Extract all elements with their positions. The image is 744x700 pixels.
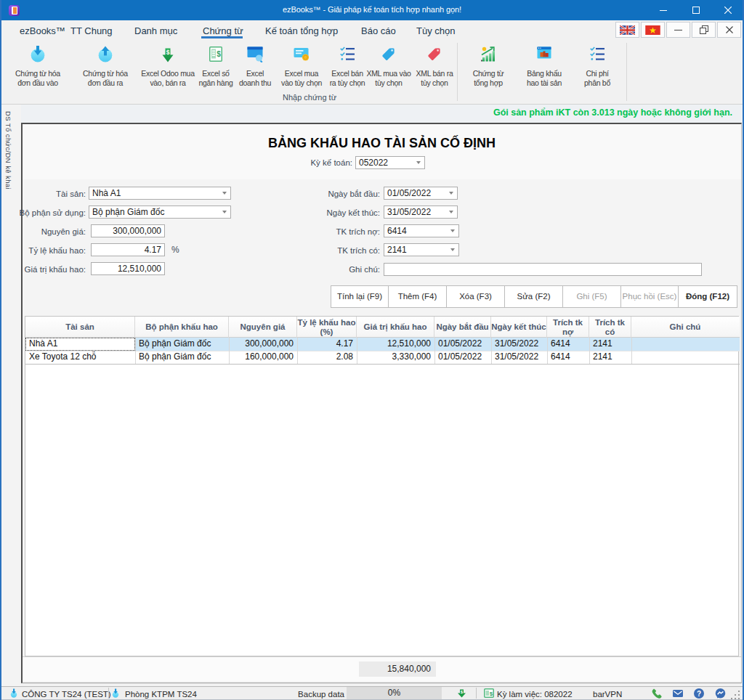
svg-text:?: ? (697, 690, 701, 698)
svg-text:$: $ (490, 691, 493, 697)
svg-text:$: $ (217, 50, 221, 58)
svg-text:$: $ (166, 49, 170, 56)
